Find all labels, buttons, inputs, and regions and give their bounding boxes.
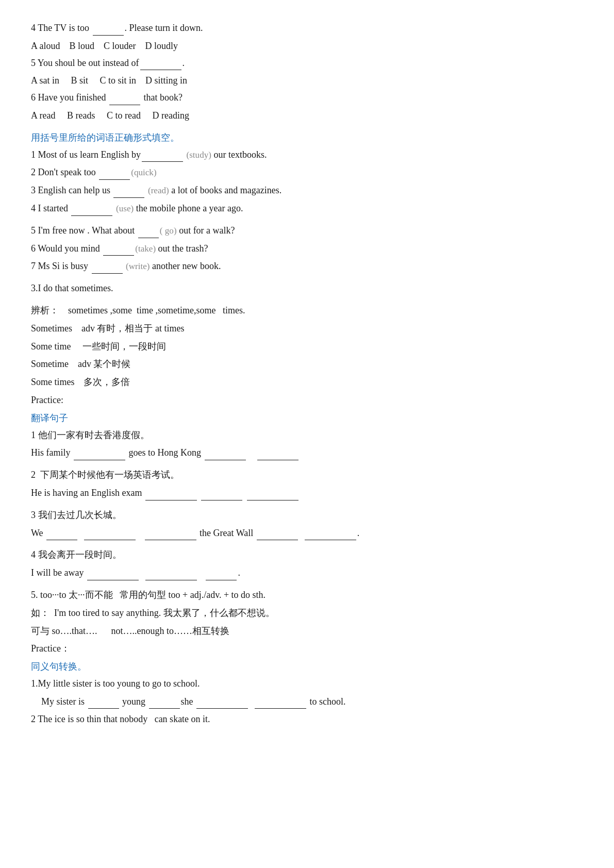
fill4-text: 4 I started (use) the mobile phone a yea… bbox=[31, 201, 583, 216]
blank-trans2b bbox=[201, 500, 242, 500]
fill6-text: 6 Would you mind (take) out the trash? bbox=[31, 241, 583, 256]
blank-fill4 bbox=[71, 215, 112, 216]
blank-fill1 bbox=[142, 161, 183, 162]
blank-trans4b bbox=[145, 580, 197, 580]
blank-trans3a bbox=[46, 540, 77, 540]
q4-text: 4 The TV is too . Please turn it down. bbox=[31, 21, 583, 36]
q6-options: A read B reads C to read D reading bbox=[31, 108, 583, 123]
trans2-en: He is having an English exam bbox=[31, 486, 583, 500]
too-to-note: 可与 so….that…. not…..enough to……相互转换 bbox=[31, 624, 583, 639]
q6-text: 6 Have you finished that book? bbox=[31, 90, 583, 105]
blank-trans1a bbox=[74, 460, 125, 460]
q5-text: 5 You shoul be out instead of. bbox=[31, 56, 583, 71]
blank-fill5 bbox=[138, 238, 159, 238]
trans1-cn: 1 他们一家有时去香港度假。 bbox=[31, 428, 583, 443]
blank-q5 bbox=[140, 70, 181, 70]
trans3-en: We the Great Wall . bbox=[31, 526, 583, 541]
trans1-en: His family goes to Hong Kong bbox=[31, 445, 583, 460]
sometime-def: Some time 一些时间，一段时间 bbox=[31, 339, 583, 354]
blank-trans1c bbox=[257, 460, 298, 460]
blank-syn1a bbox=[88, 708, 119, 709]
too-to-title: 5. too···to 太···而不能 常用的句型 too + adj./adv… bbox=[31, 588, 583, 603]
blank-trans4a bbox=[87, 580, 139, 580]
blank-syn1b bbox=[149, 708, 180, 709]
blank-trans3b bbox=[84, 540, 136, 540]
q4-options: A aloud B loud C louder D loudly bbox=[31, 39, 583, 54]
syn2-original: 2 The ice is so thin that nobody can ska… bbox=[31, 712, 583, 727]
fill1-text: 1 Most of us learn English by (study) ou… bbox=[31, 147, 583, 162]
example-sentence: 3.I do that sometimes. bbox=[31, 281, 583, 296]
trans3-cn: 3 我们去过几次长城。 bbox=[31, 508, 583, 523]
blank-q4 bbox=[93, 35, 124, 36]
too-to-example: 如： I'm too tired to say anything. 我太累了，什… bbox=[31, 606, 583, 621]
blank-trans2a bbox=[145, 500, 197, 500]
blank-fill7 bbox=[92, 273, 123, 274]
blank-trans3d bbox=[257, 540, 298, 540]
blank-trans1b bbox=[205, 460, 246, 460]
fill2-text: 2 Don't speak too (quick) bbox=[31, 165, 583, 180]
blank-syn1d bbox=[255, 708, 306, 709]
trans4-cn: 4 我会离开一段时间。 bbox=[31, 547, 583, 562]
syn1-rewrite: My sister is young she to school. bbox=[31, 694, 583, 709]
practice-label: Practice: bbox=[31, 393, 583, 408]
fill5-text: 5 I'm free now . What about ( go) out fo… bbox=[31, 223, 583, 238]
syn1-original: 1.My little sister is too young to go to… bbox=[31, 676, 583, 691]
page-content: 4 The TV is too . Please turn it down. A… bbox=[31, 21, 583, 727]
section-brackets-title: 用括号里所给的词语正确形式填空。 bbox=[31, 130, 583, 145]
analysis-title: 辨析： sometimes ,some time ,sometime,some … bbox=[31, 303, 583, 318]
trans4-en: I will be away . bbox=[31, 565, 583, 580]
blank-fill6 bbox=[103, 255, 134, 256]
sometimex-def: Sometime adv 某个时候 bbox=[31, 357, 583, 372]
sometimes-def: Some times 多次，多倍 bbox=[31, 375, 583, 390]
sometimes-def: Sometimes adv 有时，相当于 at times bbox=[31, 321, 583, 336]
q5-options: A sat in B sit C to sit in D sitting in bbox=[31, 73, 583, 88]
blank-fill2 bbox=[99, 179, 130, 180]
translate-title: 翻译句子 bbox=[31, 411, 583, 426]
blank-trans2c bbox=[247, 500, 298, 500]
blank-trans4c bbox=[206, 580, 237, 580]
practice2-label: Practice： bbox=[31, 641, 583, 656]
blank-fill3 bbox=[113, 197, 144, 198]
blank-q6 bbox=[109, 105, 140, 105]
blank-trans3e bbox=[305, 540, 356, 540]
fill7-text: 7 Ms Si is busy (write) another new book… bbox=[31, 259, 583, 274]
synonym-title: 同义句转换。 bbox=[31, 659, 583, 674]
blank-trans3c bbox=[145, 540, 196, 540]
trans2-cn: 2 下周某个时候他有一场英语考试。 bbox=[31, 468, 583, 482]
fill3-text: 3 English can help us (read) a lot of bo… bbox=[31, 183, 583, 198]
blank-syn1c bbox=[196, 708, 248, 709]
